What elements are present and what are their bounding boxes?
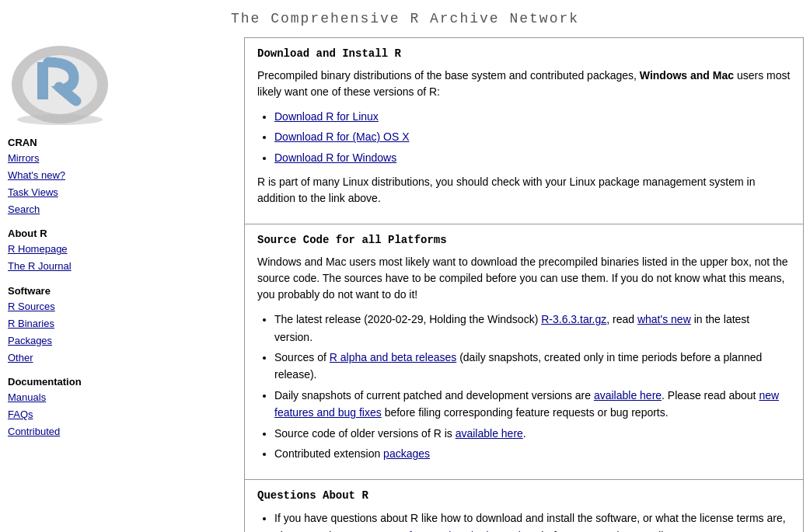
download-linux-link[interactable]: Download R for Linux bbox=[274, 110, 379, 123]
list-item: Download R for Windows bbox=[274, 149, 791, 166]
ext-packages-link[interactable]: packages bbox=[383, 447, 430, 460]
available-here-link[interactable]: available here bbox=[594, 389, 662, 402]
cran-label: CRAN bbox=[8, 137, 233, 148]
download-install-box: Download and Install R Precompiled binar… bbox=[244, 37, 804, 224]
source-code-list: The latest release (2020-02-29, Holding … bbox=[274, 311, 791, 462]
older-versions-link[interactable]: available here bbox=[456, 427, 523, 440]
sidebar-item-search[interactable]: Search bbox=[8, 201, 233, 218]
sidebar-item-contributed[interactable]: Contributed bbox=[8, 423, 233, 440]
box1-intro: Precompiled binary distributions of the … bbox=[257, 68, 791, 100]
alpha-beta-link[interactable]: R alpha and beta releases bbox=[330, 351, 456, 363]
list-item: The latest release (2020-02-29, Holding … bbox=[274, 311, 791, 346]
download-links-list: Download R for Linux Download R for (Mac… bbox=[274, 108, 791, 166]
box2-title: Source Code for all Platforms bbox=[257, 234, 791, 246]
about-r-label: About R bbox=[8, 228, 233, 239]
sidebar-item-r-binaries[interactable]: R Binaries bbox=[8, 315, 233, 332]
list-item: Download R for Linux bbox=[274, 108, 791, 125]
sidebar-item-r-journal[interactable]: The R Journal bbox=[8, 258, 233, 275]
list-item: Download R for (Mac) OS X bbox=[274, 128, 791, 145]
whats-new-link[interactable]: what's new bbox=[637, 313, 691, 325]
sidebar-item-task-views[interactable]: Task Views bbox=[8, 184, 233, 201]
download-mac-link[interactable]: Download R for (Mac) OS X bbox=[274, 130, 410, 143]
questions-list: If you have questions about R like how t… bbox=[274, 509, 791, 532]
box1-footer: R is part of many Linux distributions, y… bbox=[257, 174, 791, 207]
source-code-box: Source Code for all Platforms Windows an… bbox=[244, 224, 804, 480]
box3-title: Questions About R bbox=[257, 489, 791, 502]
sidebar-item-r-sources[interactable]: R Sources bbox=[8, 298, 233, 315]
download-windows-link[interactable]: Download R for Windows bbox=[274, 151, 396, 164]
svg-rect-2 bbox=[37, 62, 48, 99]
svg-point-4 bbox=[17, 114, 103, 125]
sidebar-item-packages[interactable]: Packages bbox=[8, 332, 233, 349]
sidebar-item-faqs[interactable]: FAQs bbox=[8, 406, 233, 423]
main-content: Download and Install R Precompiled binar… bbox=[241, 34, 810, 532]
list-item: Contributed extension packages bbox=[274, 445, 791, 462]
list-item: Daily snapshots of current patched and d… bbox=[274, 387, 791, 422]
questions-box: Questions About R If you have questions … bbox=[244, 480, 804, 532]
page-title: The Comprehensive R Archive Network bbox=[0, 0, 810, 34]
list-item: If you have questions about R like how t… bbox=[274, 509, 791, 532]
sidebar: CRAN Mirrors What's new? Task Views Sear… bbox=[0, 34, 241, 532]
sidebar-item-manuals[interactable]: Manuals bbox=[8, 389, 233, 406]
r-363-tar-link[interactable]: R-3.6.3.tar.gz bbox=[541, 313, 606, 325]
sidebar-item-other[interactable]: Other bbox=[8, 349, 233, 367]
sidebar-item-whats-new[interactable]: What's new? bbox=[8, 167, 233, 184]
sidebar-item-mirrors[interactable]: Mirrors bbox=[8, 150, 233, 167]
box1-title: Download and Install R bbox=[257, 47, 791, 60]
software-label: Software bbox=[8, 285, 233, 297]
list-item: Source code of older versions of R is av… bbox=[274, 425, 791, 442]
r-logo bbox=[8, 40, 113, 126]
documentation-label: Documentation bbox=[8, 376, 233, 388]
box2-intro: Windows and Mac users most likely want t… bbox=[257, 254, 791, 303]
list-item: Sources of R alpha and beta releases (da… bbox=[274, 349, 791, 384]
sidebar-item-r-homepage[interactable]: R Homepage bbox=[8, 241, 233, 258]
